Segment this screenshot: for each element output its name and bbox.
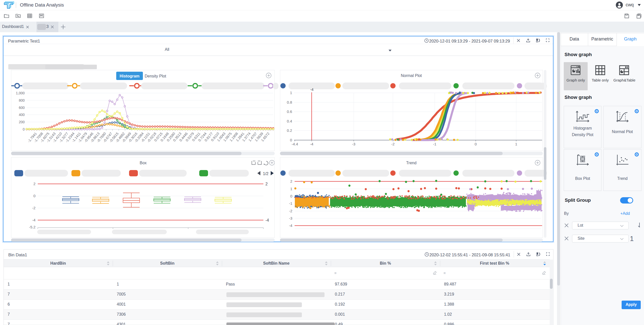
- svg-text:0: 0: [33, 194, 35, 198]
- svg-text:Trend: Trend: [406, 161, 416, 165]
- svg-text:1,000: 1,000: [16, 91, 25, 95]
- svg-text:0.6: 0.6: [287, 109, 292, 114]
- svg-text:-4: -4: [289, 223, 292, 228]
- svg-text:-2: -2: [391, 142, 394, 146]
- svg-text:Normal Plot: Normal Plot: [401, 73, 422, 78]
- svg-text:0: 0: [23, 127, 25, 131]
- svg-text:0: 0: [290, 194, 292, 198]
- svg-text:800: 800: [19, 98, 25, 102]
- svg-text:2: 2: [265, 182, 268, 186]
- svg-text:600: 600: [19, 106, 25, 110]
- svg-text:1/2: 1/2: [263, 172, 268, 176]
- svg-text:0.2: 0.2: [287, 128, 292, 133]
- svg-text:Histogram: Histogram: [119, 74, 139, 78]
- svg-text:0.8: 0.8: [287, 100, 292, 104]
- svg-text:-3: -3: [289, 216, 292, 220]
- svg-text:2: 2: [290, 179, 292, 183]
- svg-text:1: 1: [515, 142, 517, 146]
- svg-text:-5.2: -5.2: [29, 225, 35, 229]
- svg-text:-4: -4: [310, 142, 313, 146]
- svg-text:-4.4: -4.4: [292, 142, 298, 146]
- svg-text:Density Plot: Density Plot: [145, 74, 166, 78]
- svg-text:-4: -4: [310, 87, 313, 92]
- svg-text:0.4: 0.4: [287, 119, 292, 123]
- svg-text:-4: -4: [265, 218, 269, 222]
- svg-text:-1: -1: [433, 142, 436, 146]
- svg-text:-3: -3: [352, 142, 355, 146]
- svg-text:0: 0: [290, 138, 292, 142]
- svg-text:-2: -2: [289, 209, 292, 213]
- svg-text:-4: -4: [32, 218, 35, 222]
- svg-text:-2: -2: [32, 206, 35, 210]
- svg-text:1: 1: [290, 91, 292, 95]
- svg-text:-1: -1: [289, 201, 292, 206]
- svg-text:200: 200: [19, 120, 25, 124]
- svg-text:0: 0: [475, 142, 477, 146]
- svg-text:Box: Box: [140, 161, 147, 165]
- svg-text:400: 400: [19, 113, 25, 117]
- svg-text:2: 2: [33, 182, 35, 186]
- svg-text:1: 1: [290, 187, 292, 191]
